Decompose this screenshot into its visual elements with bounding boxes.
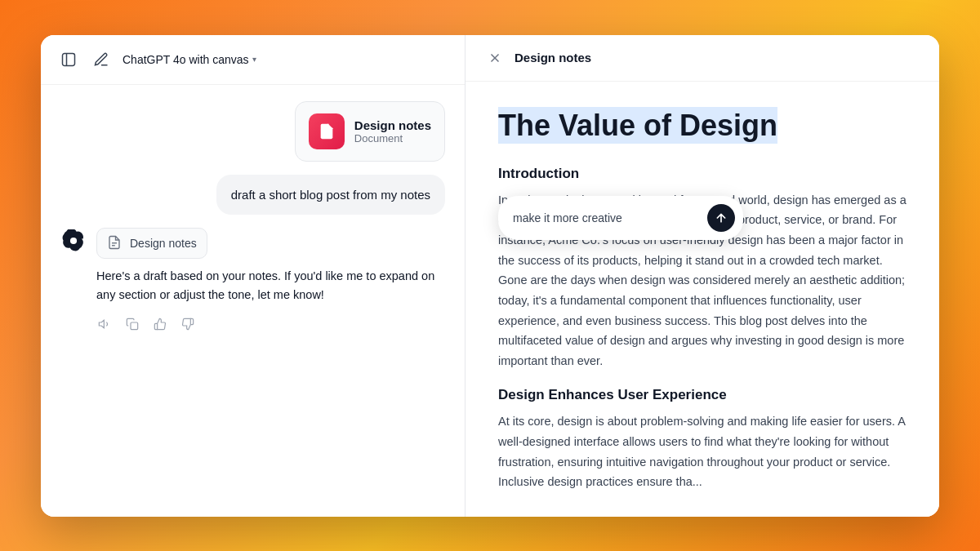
inline-prompt-bar[interactable] bbox=[498, 196, 743, 240]
model-title[interactable]: ChatGPT 4o with canvas ▾ bbox=[122, 53, 256, 66]
edit-icon[interactable] bbox=[90, 48, 113, 71]
inline-prompt-input[interactable] bbox=[513, 211, 699, 224]
user-message-text: draft a short blog post from my notes bbox=[231, 188, 430, 202]
ai-response-text: Here's a draft based on your notes. If y… bbox=[96, 267, 445, 304]
chat-area: Design notes Document draft a short blog… bbox=[41, 85, 465, 517]
model-chevron: ▾ bbox=[252, 55, 256, 64]
doc-type: Document bbox=[354, 132, 431, 144]
right-panel: Design notes The Value of Design Introdu… bbox=[466, 35, 939, 517]
intro-heading: Introduction bbox=[498, 166, 906, 182]
section2-heading: Design Enhances User Experience bbox=[498, 387, 906, 403]
left-panel: ChatGPT 4o with canvas ▾ Design notes bbox=[41, 35, 466, 517]
canvas-title: Design notes bbox=[514, 51, 591, 64]
canvas-header: Design notes bbox=[466, 35, 939, 82]
document-attachment: Design notes Document bbox=[295, 101, 445, 162]
doc-reference[interactable]: Design notes bbox=[96, 228, 207, 259]
user-message-bubble: draft a short blog post from my notes bbox=[216, 175, 445, 215]
ai-avatar bbox=[60, 228, 87, 254]
svg-rect-7 bbox=[131, 322, 138, 330]
svg-rect-0 bbox=[63, 53, 75, 65]
doc-ref-name: Design notes bbox=[130, 237, 197, 250]
ai-response: Design notes Here's a draft based on you… bbox=[60, 228, 445, 332]
doc-icon bbox=[309, 113, 345, 149]
close-canvas-button[interactable] bbox=[485, 48, 505, 68]
copy-button[interactable] bbox=[124, 316, 140, 332]
canvas-content[interactable]: The Value of Design Introduction In an i… bbox=[466, 82, 939, 517]
feedback-actions bbox=[96, 316, 445, 332]
thumbs-down-button[interactable] bbox=[180, 316, 196, 332]
svg-marker-6 bbox=[99, 320, 104, 327]
speak-button[interactable] bbox=[96, 316, 113, 332]
app-window: ChatGPT 4o with canvas ▾ Design notes bbox=[41, 35, 939, 517]
doc-info: Design notes Document bbox=[354, 118, 431, 144]
thumbs-up-button[interactable] bbox=[152, 316, 168, 332]
doc-ref-icon bbox=[107, 235, 123, 251]
section2-text: At its core, design is about problem-sol… bbox=[498, 411, 906, 492]
model-title-text: ChatGPT 4o with canvas bbox=[122, 53, 249, 66]
doc-title: Design notes bbox=[354, 118, 431, 132]
ai-content: Design notes Here's a draft based on you… bbox=[96, 228, 445, 332]
header-bar: ChatGPT 4o with canvas ▾ bbox=[41, 35, 465, 85]
sidebar-toggle-icon[interactable] bbox=[57, 48, 80, 71]
article-title: The Value of Design bbox=[498, 107, 777, 144]
inline-prompt-send-button[interactable] bbox=[707, 204, 735, 232]
article-title-wrapper: The Value of Design bbox=[498, 108, 906, 143]
